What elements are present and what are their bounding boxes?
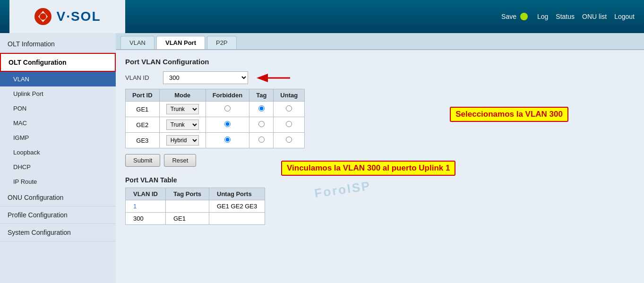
row1-tag-ports (166, 200, 209, 213)
sidebar-subitem-mac[interactable]: MAC (0, 116, 116, 130)
sidebar-subitem-loopback[interactable]: Loopback (0, 145, 116, 160)
sidebar-item-onu-configuration[interactable]: ONU Configuration (0, 189, 116, 206)
vlan-id-row: VLAN ID 300 1 (125, 71, 635, 84)
row1-untag-ports: GE1 GE2 GE3 (209, 200, 265, 213)
onu-list-link[interactable]: ONU list (582, 13, 607, 20)
section1-title: Port VLAN Configuration (125, 58, 635, 66)
port-ge2: GE2 (126, 117, 160, 133)
port-ge1: GE1 (126, 102, 160, 117)
tab-vlan[interactable]: VLAN (120, 36, 155, 49)
tab-vlan-port[interactable]: VLAN Port (156, 36, 205, 49)
port-col-tag-ports: Tag Ports (166, 188, 209, 200)
section2-title: Port VLAN Table (125, 176, 635, 184)
arrow-select-icon (255, 72, 292, 84)
tag-ge3[interactable] (249, 133, 274, 148)
row1-vlan-id: 1 (126, 200, 166, 213)
untag-radio-ge2[interactable] (286, 121, 292, 127)
sidebar-subitem-pon[interactable]: PON (0, 101, 116, 116)
vlan-id-select[interactable]: 300 1 (163, 71, 248, 84)
logout-link[interactable]: Logout (614, 13, 635, 20)
row2-tag-ports: GE1 (166, 213, 209, 225)
annotation-2: Vinculamos la VLAN 300 al puerto Uplink … (281, 161, 455, 176)
untag-radio-ge3[interactable] (286, 137, 292, 143)
port-vlan-config-table: Port ID Mode Forbidden Tag Untag GE1 Tru… (125, 89, 305, 148)
tag-radio-ge3[interactable] (258, 137, 265, 143)
sidebar-subitem-igmp[interactable]: IGMP (0, 130, 116, 145)
col-tag: Tag (249, 89, 274, 102)
tag-ge1[interactable] (249, 102, 274, 117)
forbidden-ge1[interactable] (206, 102, 249, 117)
submit-button[interactable]: Submit (125, 154, 160, 167)
status-link[interactable]: Status (556, 13, 575, 20)
annotation-1: Seleccionamos la VLAN 300 (450, 107, 568, 122)
col-port-id: Port ID (126, 89, 160, 102)
sidebar-item-olt-information[interactable]: OLT Information (0, 35, 116, 53)
main-layout: OLT Information OLT Configuration VLAN U… (0, 33, 644, 283)
table-row: 300 GE1 (126, 213, 265, 225)
table-row: GE2 Trunk Access Hybrid (126, 117, 305, 133)
reset-button[interactable]: Reset (164, 154, 196, 167)
row2-untag-ports (209, 213, 265, 225)
mode-select-ge3[interactable]: Hybrid Access Trunk (166, 135, 199, 146)
port-ge3: GE3 (126, 133, 160, 148)
port-col-vlan-id: VLAN ID (126, 188, 166, 200)
col-untag: Untag (274, 89, 305, 102)
header-save-area: Save (501, 13, 528, 20)
forbidden-ge2[interactable] (206, 117, 249, 133)
mode-select-ge1[interactable]: Trunk Access Hybrid (166, 104, 199, 114)
port-vlan-table: VLAN ID Tag Ports Untag Ports 1 GE1 GE2 … (125, 188, 265, 225)
sidebar: OLT Information OLT Configuration VLAN U… (0, 33, 116, 283)
header-links: Log Status ONU list Logout (537, 13, 635, 20)
tab-bar: VLAN VLAN Port P2P (116, 33, 644, 50)
col-mode: Mode (159, 89, 206, 102)
tag-radio-ge1[interactable] (258, 105, 265, 111)
logo-area: V·SOL (9, 0, 125, 33)
svg-point-1 (40, 13, 46, 20)
forbidden-radio-ge2[interactable] (224, 121, 231, 127)
tag-radio-ge2[interactable] (258, 121, 265, 127)
vsol-logo-icon (34, 7, 52, 26)
sidebar-item-system-configuration[interactable]: System Configuration (0, 224, 116, 241)
log-link[interactable]: Log (537, 13, 548, 20)
save-label[interactable]: Save (501, 13, 516, 20)
tab-p2p[interactable]: P2P (207, 36, 237, 49)
port-col-untag-ports: Untag Ports (209, 188, 265, 200)
header: V·SOL Save Log Status ONU list Logout (0, 0, 644, 33)
table-row: 1 GE1 GE2 GE3 (126, 200, 265, 213)
table-row: GE3 Hybrid Access Trunk (126, 133, 305, 148)
row2-vlan-id: 300 (126, 213, 166, 225)
mode-ge1[interactable]: Trunk Access Hybrid (159, 102, 206, 117)
forbidden-radio-ge1[interactable] (224, 105, 231, 111)
tag-ge2[interactable] (249, 117, 274, 133)
untag-radio-ge1[interactable] (286, 105, 292, 111)
sidebar-subitem-uplink-port[interactable]: Uplink Port (0, 86, 116, 101)
sidebar-item-olt-configuration[interactable]: OLT Configuration (0, 53, 116, 72)
logo-text: V·SOL (56, 9, 101, 24)
header-right: Save Log Status ONU list Logout (501, 13, 635, 20)
sidebar-subitem-dhcp[interactable]: DHCP (0, 160, 116, 174)
untag-ge2[interactable] (274, 117, 305, 133)
untag-ge3[interactable] (274, 133, 305, 148)
sidebar-item-profile-configuration[interactable]: Profile Configuration (0, 206, 116, 224)
col-forbidden: Forbidden (206, 89, 249, 102)
sidebar-subitem-ip-route[interactable]: IP Route (0, 174, 116, 189)
sidebar-subitem-vlan[interactable]: VLAN (0, 72, 116, 86)
status-indicator (520, 13, 528, 20)
vlan-id-label: VLAN ID (125, 74, 158, 81)
forbidden-ge3[interactable] (206, 133, 249, 148)
mode-ge3[interactable]: Hybrid Access Trunk (159, 133, 206, 148)
mode-select-ge2[interactable]: Trunk Access Hybrid (166, 120, 199, 130)
mode-ge2[interactable]: Trunk Access Hybrid (159, 117, 206, 133)
forbidden-radio-ge3[interactable] (224, 137, 231, 143)
page-content: Seleccionamos la VLAN 300 Port VLAN Conf… (116, 50, 644, 232)
content-area: VLAN VLAN Port P2P Seleccionamos la VLAN… (116, 33, 644, 283)
untag-ge1[interactable] (274, 102, 305, 117)
table-row: GE1 Trunk Access Hybrid (126, 102, 305, 117)
